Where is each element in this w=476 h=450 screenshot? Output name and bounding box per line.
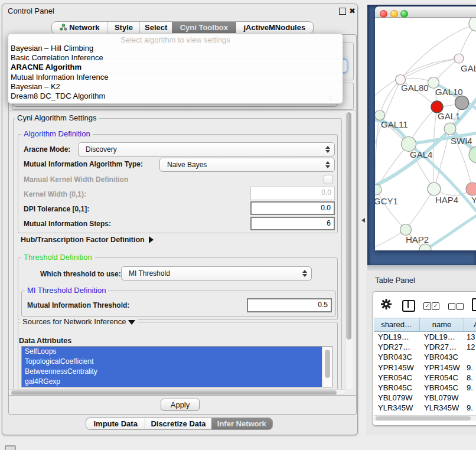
node-label: Y bbox=[471, 195, 476, 205]
network-node-hap2[interactable] bbox=[400, 224, 412, 236]
table-row[interactable]: YDL19…YDL19…13 bbox=[374, 332, 476, 342]
table-row[interactable]: YBR043CYBR043C bbox=[374, 352, 476, 362]
aracne-mode-combobox[interactable]: Discovery bbox=[78, 142, 335, 156]
tab-discretize-data[interactable]: Discretize Data bbox=[145, 418, 211, 429]
apply-button[interactable]: Apply bbox=[161, 399, 200, 411]
cyni-algorithm-settings-title: Cyni Algorithm Settings bbox=[15, 114, 99, 122]
dpi-tolerance-input[interactable]: 0.0 bbox=[250, 201, 335, 215]
network-node-selected[interactable] bbox=[455, 96, 469, 110]
column-header-partial[interactable]: A bbox=[464, 318, 476, 331]
manual-kernel-width-label: Manual Kernel Width Definition bbox=[24, 175, 128, 184]
tab-cyni-toolbox[interactable]: Cyni Toolbox bbox=[172, 22, 236, 34]
close-icon[interactable]: ✖ bbox=[349, 6, 356, 16]
application-root: Control Panel ✖ Network Style Select Cyn… bbox=[0, 0, 476, 450]
dpi-tolerance-label: DPI Tolerance [0,1]: bbox=[24, 205, 89, 213]
table-columns-icon[interactable] bbox=[402, 300, 415, 312]
node-label: GAL1 bbox=[438, 111, 460, 121]
select-all-icon[interactable]: ✓ bbox=[423, 302, 431, 310]
table-settings-gear-icon[interactable] bbox=[380, 298, 392, 310]
node-label: GAL10 bbox=[435, 87, 463, 97]
algorithm-dropdown-popup: Select algorithm to view settings Bayesi… bbox=[8, 33, 343, 104]
tab-style[interactable]: Style bbox=[107, 22, 140, 34]
control-panel-title: Control Panel bbox=[8, 6, 54, 16]
settings-scroll-area: Cyni Algorithm Settings Algorithm Defini… bbox=[9, 110, 344, 389]
table-hscrollbar-thumb[interactable] bbox=[376, 416, 471, 420]
popup-item[interactable]: Bayesian – Hill Climbing bbox=[11, 44, 108, 53]
vertical-scrollbar-thumb[interactable] bbox=[346, 112, 351, 340]
column-header-name[interactable]: name bbox=[419, 318, 464, 331]
network-node-gal2[interactable] bbox=[454, 54, 464, 63]
node-label: GAL11 bbox=[381, 119, 408, 129]
network-node[interactable] bbox=[419, 244, 431, 250]
tab-select[interactable]: Select bbox=[139, 22, 172, 34]
collapse-arrow-icon bbox=[128, 320, 135, 325]
float-window-icon[interactable] bbox=[339, 8, 346, 15]
popup-item[interactable]: Basic Correlation Inference bbox=[11, 53, 108, 63]
which-threshold-label: Which threshold to use: bbox=[40, 270, 121, 278]
select-all-icon2: ✓ bbox=[432, 302, 439, 310]
table-row[interactable]: YBR045CYBR045C9. bbox=[374, 383, 476, 393]
network-canvas[interactable]: GAL2 GAL80 GAL10 GAL1 GAL11 SWI4 GAL4 GC… bbox=[375, 18, 476, 250]
close-traffic-light-icon[interactable] bbox=[380, 10, 387, 18]
list-item[interactable]: BetweennessCentrality bbox=[22, 367, 322, 377]
popup-item[interactable]: Dream8 DC_TDC Algorithm bbox=[11, 92, 108, 101]
list-scrollbar-thumb[interactable] bbox=[325, 350, 330, 378]
manual-kernel-width-checkbox[interactable] bbox=[324, 175, 333, 184]
popup-items: Bayesian – Hill Climbing Basic Correlati… bbox=[11, 44, 108, 101]
data-attributes-list: SelfLoops TopologicalCoefficient Between… bbox=[21, 346, 332, 387]
kernel-width-label: Kernel Width (0,1): bbox=[24, 190, 86, 198]
table-row[interactable]: YPR145WYPR145W9. bbox=[374, 363, 476, 373]
which-threshold-combobox[interactable]: MI Threshold bbox=[121, 266, 312, 281]
sources-title[interactable]: Sources for Network Inference bbox=[20, 318, 138, 325]
document-icon[interactable] bbox=[472, 298, 476, 311]
column-header-shared-name[interactable]: shared… bbox=[374, 318, 419, 331]
popup-placeholder: Select algorithm to view settings bbox=[8, 35, 343, 44]
tab-infer-network[interactable]: Infer Network bbox=[211, 418, 272, 429]
tab-impute-data[interactable]: Impute Data bbox=[86, 418, 145, 429]
table-panel-title: Table Panel bbox=[375, 276, 415, 285]
combo-arrows-icon bbox=[302, 270, 307, 277]
threshold-definition-title: Threshold Definition bbox=[21, 253, 94, 261]
data-attributes-label: Data Attributes bbox=[19, 337, 71, 345]
mi-algorithm-type-combobox[interactable]: Naive Bayes bbox=[159, 158, 335, 172]
minimize-traffic-light-icon[interactable] bbox=[390, 10, 398, 18]
minimized-panel-icon[interactable] bbox=[5, 445, 16, 450]
node-label: HAP2 bbox=[406, 234, 429, 244]
aracne-mode-label: Aracne Mode: bbox=[24, 145, 70, 154]
list-item[interactable]: gal4RGexp bbox=[22, 377, 322, 387]
popup-item[interactable]: Mutual Information Inference bbox=[11, 73, 108, 82]
network-node-hap4[interactable] bbox=[428, 182, 441, 195]
splitter-arrow-icon[interactable] bbox=[361, 218, 365, 223]
node-label: GAL80 bbox=[401, 83, 429, 93]
node-label: GAL4 bbox=[410, 149, 432, 159]
table-body: YDL19…YDL19…13 YDR27…YDR27…12 YBR043CYBR… bbox=[374, 332, 476, 415]
network-node-swi4[interactable] bbox=[444, 123, 456, 135]
scrollpane-bottom-border bbox=[9, 395, 356, 396]
list-item[interactable]: SelfLoops bbox=[22, 347, 322, 357]
mi-threshold-input[interactable]: 0.5 bbox=[247, 298, 332, 312]
table-row[interactable]: YDR27…YDR27…12 bbox=[374, 342, 476, 352]
network-node-gal11[interactable] bbox=[375, 110, 385, 120]
tab-network[interactable]: Network bbox=[52, 22, 107, 34]
popup-item-selected[interactable]: ARACNE Algorithm bbox=[11, 63, 108, 72]
deselect-all-icon2 bbox=[457, 303, 464, 310]
mi-threshold-definition-title: MI Threshold Definition bbox=[25, 286, 108, 294]
deselect-all-icon[interactable] bbox=[448, 303, 455, 310]
network-node-gcy1[interactable] bbox=[375, 184, 382, 195]
horizontal-scrollbar-thumb[interactable] bbox=[11, 390, 337, 394]
table-row[interactable]: YBL079WYBL079W bbox=[374, 393, 476, 403]
tab-jactivemnodules[interactable]: jActiveMNodules bbox=[236, 22, 313, 34]
list-item[interactable]: TopologicalCoefficient bbox=[22, 357, 322, 367]
table-row[interactable]: YER054CYER054C8. bbox=[374, 373, 476, 383]
table-header-row: shared… name A bbox=[374, 318, 476, 332]
popup-item[interactable]: Bayesian – K2 bbox=[11, 82, 108, 92]
network-node-y[interactable] bbox=[466, 182, 476, 195]
table-row[interactable]: YLR345WYLR345W9. bbox=[374, 403, 476, 413]
hub-definition-toggle[interactable]: Hub/Transcription Factor Definition bbox=[21, 236, 154, 244]
bottom-tab-bar: Impute Data Discretize Data Infer Networ… bbox=[86, 418, 273, 430]
network-node[interactable] bbox=[469, 18, 476, 31]
combo-arrows-icon bbox=[325, 161, 330, 168]
kernel-width-input[interactable]: 0.0 bbox=[250, 187, 335, 200]
zoom-traffic-light-icon[interactable] bbox=[400, 10, 408, 18]
mi-steps-input[interactable]: 6 bbox=[250, 217, 335, 230]
